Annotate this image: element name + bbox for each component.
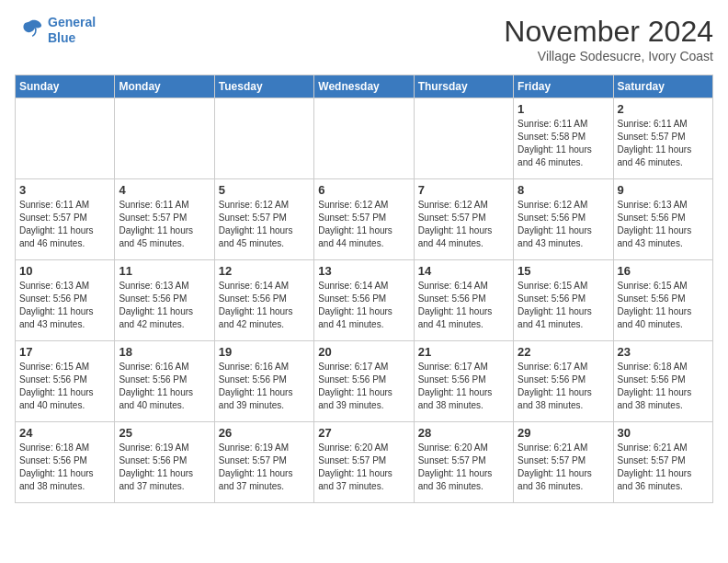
day-number: 20 (318, 345, 409, 359)
calendar-week-row: 3Sunrise: 6:11 AMSunset: 5:57 PMDaylight… (16, 179, 713, 260)
calendar-cell (16, 98, 115, 179)
calendar-cell: 29Sunrise: 6:21 AMSunset: 5:57 PMDayligh… (514, 422, 613, 503)
day-info: Sunrise: 6:17 AMSunset: 5:56 PMDaylight:… (418, 361, 509, 412)
calendar-table: SundayMondayTuesdayWednesdayThursdayFrid… (15, 75, 713, 503)
day-number: 17 (19, 345, 110, 359)
calendar-cell: 4Sunrise: 6:11 AMSunset: 5:57 PMDaylight… (115, 179, 214, 260)
calendar-cell (115, 98, 214, 179)
day-header-thursday: Thursday (414, 75, 513, 98)
calendar-week-row: 24Sunrise: 6:18 AMSunset: 5:56 PMDayligh… (16, 422, 713, 503)
calendar-cell: 28Sunrise: 6:20 AMSunset: 5:57 PMDayligh… (414, 422, 513, 503)
calendar-cell: 30Sunrise: 6:21 AMSunset: 5:57 PMDayligh… (613, 422, 712, 503)
day-info: Sunrise: 6:15 AMSunset: 5:56 PMDaylight:… (518, 280, 609, 331)
calendar-cell: 18Sunrise: 6:16 AMSunset: 5:56 PMDayligh… (115, 341, 214, 422)
day-number: 14 (418, 264, 509, 278)
day-info: Sunrise: 6:14 AMSunset: 5:56 PMDaylight:… (318, 280, 409, 331)
calendar-cell: 14Sunrise: 6:14 AMSunset: 5:56 PMDayligh… (414, 260, 513, 341)
logo-text: General Blue (48, 15, 96, 46)
calendar-week-row: 1Sunrise: 6:11 AMSunset: 5:58 PMDaylight… (16, 98, 713, 179)
calendar-cell: 17Sunrise: 6:15 AMSunset: 5:56 PMDayligh… (16, 341, 115, 422)
calendar-cell: 27Sunrise: 6:20 AMSunset: 5:57 PMDayligh… (314, 422, 414, 503)
day-header-wednesday: Wednesday (314, 75, 414, 98)
day-number: 28 (418, 426, 509, 440)
day-number: 9 (618, 183, 709, 197)
day-info: Sunrise: 6:12 AMSunset: 5:57 PMDaylight:… (219, 199, 310, 250)
calendar-header-row: SundayMondayTuesdayWednesdayThursdayFrid… (16, 75, 713, 98)
day-number: 18 (119, 345, 210, 359)
calendar-cell: 16Sunrise: 6:15 AMSunset: 5:56 PMDayligh… (613, 260, 712, 341)
day-info: Sunrise: 6:19 AMSunset: 5:57 PMDaylight:… (219, 442, 310, 493)
calendar-cell: 3Sunrise: 6:11 AMSunset: 5:57 PMDaylight… (16, 179, 115, 260)
day-info: Sunrise: 6:20 AMSunset: 5:57 PMDaylight:… (318, 442, 409, 493)
day-info: Sunrise: 6:18 AMSunset: 5:56 PMDaylight:… (19, 442, 110, 493)
day-number: 26 (219, 426, 310, 440)
day-header-friday: Friday (514, 75, 613, 98)
calendar-cell (414, 98, 513, 179)
calendar-title: November 2024 (504, 15, 713, 49)
day-number: 22 (518, 345, 609, 359)
day-number: 11 (119, 264, 210, 278)
day-info: Sunrise: 6:21 AMSunset: 5:57 PMDaylight:… (618, 442, 709, 493)
day-info: Sunrise: 6:12 AMSunset: 5:57 PMDaylight:… (418, 199, 509, 250)
day-number: 24 (19, 426, 110, 440)
day-number: 19 (219, 345, 310, 359)
calendar-cell: 5Sunrise: 6:12 AMSunset: 5:57 PMDaylight… (214, 179, 313, 260)
calendar-cell: 20Sunrise: 6:17 AMSunset: 5:56 PMDayligh… (314, 341, 414, 422)
day-number: 5 (219, 183, 310, 197)
day-number: 4 (119, 183, 210, 197)
day-number: 12 (219, 264, 310, 278)
day-info: Sunrise: 6:13 AMSunset: 5:56 PMDaylight:… (618, 199, 709, 250)
day-number: 10 (19, 264, 110, 278)
calendar-cell: 1Sunrise: 6:11 AMSunset: 5:58 PMDaylight… (514, 98, 613, 179)
day-number: 13 (318, 264, 409, 278)
calendar-cell: 13Sunrise: 6:14 AMSunset: 5:56 PMDayligh… (314, 260, 414, 341)
title-block: November 2024 Village Sodesucre, Ivory C… (504, 15, 713, 63)
calendar-cell: 24Sunrise: 6:18 AMSunset: 5:56 PMDayligh… (16, 422, 115, 503)
day-info: Sunrise: 6:17 AMSunset: 5:56 PMDaylight:… (518, 361, 609, 412)
day-info: Sunrise: 6:14 AMSunset: 5:56 PMDaylight:… (418, 280, 509, 331)
calendar-cell: 15Sunrise: 6:15 AMSunset: 5:56 PMDayligh… (514, 260, 613, 341)
day-header-monday: Monday (115, 75, 214, 98)
calendar-cell: 22Sunrise: 6:17 AMSunset: 5:56 PMDayligh… (514, 341, 613, 422)
day-header-tuesday: Tuesday (214, 75, 313, 98)
calendar-cell: 6Sunrise: 6:12 AMSunset: 5:57 PMDaylight… (314, 179, 414, 260)
logo: General Blue (15, 15, 96, 46)
calendar-week-row: 10Sunrise: 6:13 AMSunset: 5:56 PMDayligh… (16, 260, 713, 341)
day-info: Sunrise: 6:11 AMSunset: 5:58 PMDaylight:… (518, 118, 609, 169)
day-number: 23 (618, 345, 709, 359)
calendar-cell: 9Sunrise: 6:13 AMSunset: 5:56 PMDaylight… (613, 179, 712, 260)
day-info: Sunrise: 6:20 AMSunset: 5:57 PMDaylight:… (418, 442, 509, 493)
day-info: Sunrise: 6:19 AMSunset: 5:56 PMDaylight:… (119, 442, 210, 493)
day-info: Sunrise: 6:11 AMSunset: 5:57 PMDaylight:… (119, 199, 210, 250)
calendar-cell: 21Sunrise: 6:17 AMSunset: 5:56 PMDayligh… (414, 341, 513, 422)
day-number: 15 (518, 264, 609, 278)
day-header-saturday: Saturday (613, 75, 712, 98)
day-info: Sunrise: 6:15 AMSunset: 5:56 PMDaylight:… (19, 361, 110, 412)
calendar-cell: 23Sunrise: 6:18 AMSunset: 5:56 PMDayligh… (613, 341, 712, 422)
day-info: Sunrise: 6:12 AMSunset: 5:57 PMDaylight:… (318, 199, 409, 250)
calendar-cell: 12Sunrise: 6:14 AMSunset: 5:56 PMDayligh… (214, 260, 313, 341)
day-number: 2 (618, 102, 709, 116)
page-header: General Blue November 2024 Village Sodes… (15, 15, 713, 63)
day-info: Sunrise: 6:11 AMSunset: 5:57 PMDaylight:… (19, 199, 110, 250)
calendar-cell: 10Sunrise: 6:13 AMSunset: 5:56 PMDayligh… (16, 260, 115, 341)
day-number: 6 (318, 183, 409, 197)
calendar-cell: 25Sunrise: 6:19 AMSunset: 5:56 PMDayligh… (115, 422, 214, 503)
day-info: Sunrise: 6:17 AMSunset: 5:56 PMDaylight:… (318, 361, 409, 412)
day-number: 27 (318, 426, 409, 440)
day-number: 25 (119, 426, 210, 440)
day-number: 7 (418, 183, 509, 197)
logo-bird-icon (15, 16, 44, 45)
day-number: 29 (518, 426, 609, 440)
day-info: Sunrise: 6:21 AMSunset: 5:57 PMDaylight:… (518, 442, 609, 493)
calendar-week-row: 17Sunrise: 6:15 AMSunset: 5:56 PMDayligh… (16, 341, 713, 422)
calendar-cell: 11Sunrise: 6:13 AMSunset: 5:56 PMDayligh… (115, 260, 214, 341)
day-number: 21 (418, 345, 509, 359)
calendar-cell (314, 98, 414, 179)
day-info: Sunrise: 6:16 AMSunset: 5:56 PMDaylight:… (219, 361, 310, 412)
day-info: Sunrise: 6:18 AMSunset: 5:56 PMDaylight:… (618, 361, 709, 412)
day-info: Sunrise: 6:13 AMSunset: 5:56 PMDaylight:… (19, 280, 110, 331)
day-number: 30 (618, 426, 709, 440)
day-header-sunday: Sunday (16, 75, 115, 98)
day-info: Sunrise: 6:15 AMSunset: 5:56 PMDaylight:… (618, 280, 709, 331)
